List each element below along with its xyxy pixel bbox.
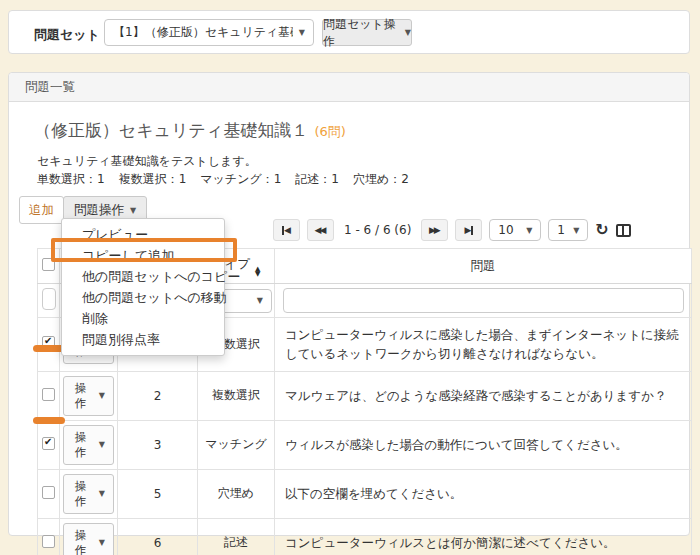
first-page-button[interactable]: ◀ [273, 219, 300, 241]
table-row: 操作▼ 3 マッチング ウィルスが感染した場合の動作について回答してください。 [38, 420, 692, 469]
row-number: 2 [118, 371, 198, 420]
panel-title: 問題一覧 [9, 73, 689, 102]
row-checkbox[interactable] [42, 535, 55, 548]
row-number: 3 [118, 420, 198, 469]
page-size-select[interactable]: 10 ▼ [489, 219, 541, 241]
question-set-operations-button[interactable]: 問題セット操作 ▼ [322, 19, 412, 46]
question-set-select[interactable]: 【1】（修正版）セキュリティ基礎知識1(6問) ▼ [104, 19, 314, 46]
row-question: コンピューターウィルスとは何か簡潔に述べてください。 [275, 518, 692, 555]
quiz-title: （修正版）セキュリティ基礎知識１(6問) [34, 119, 346, 142]
page-range-label: 1 - 6 / 6 (6) [344, 223, 411, 237]
caret-down-icon: ▼ [130, 206, 136, 215]
page-number-select[interactable]: 1 ▼ [548, 219, 588, 241]
last-page-icon [471, 226, 473, 235]
sort-icon[interactable]: ▲▼ [255, 267, 260, 277]
last-page-icon: ▶ [464, 226, 471, 235]
row-question: コンピューターウィルスに感染した場合、まずインターネットに接続しているネットワー… [275, 318, 692, 372]
row-checkbox[interactable] [42, 388, 55, 401]
caret-down-icon: ▼ [299, 28, 305, 37]
caret-down-icon: ▼ [257, 296, 263, 305]
caret-down-icon: ▼ [99, 391, 105, 400]
row-checkbox[interactable] [42, 486, 55, 499]
prev-page-icon: ◀ [320, 226, 327, 235]
question-filter-input[interactable] [283, 288, 684, 313]
row-action-label: 操作 [72, 479, 89, 509]
row-question: マルウェアは、どのような感染経路で感染することがありますか？ [275, 371, 692, 420]
add-question-button[interactable]: 追加 [19, 196, 64, 224]
row-action-label: 操作 [72, 430, 89, 460]
prev-page-button[interactable]: ◀◀ [307, 219, 334, 241]
next-page-icon: ▶ [434, 226, 441, 235]
header-question-label: 問題 [471, 258, 496, 273]
caret-down-icon: ▼ [99, 489, 105, 498]
filter-question-cell [275, 284, 692, 318]
filter-checkbox-cell [38, 284, 60, 318]
stat-fill-blank: 穴埋め：2 [353, 172, 409, 186]
row-number: 5 [118, 469, 198, 518]
row-action-label: 操作 [72, 381, 89, 411]
row-action-button[interactable]: 操作▼ [63, 376, 114, 416]
quiz-type-stats: 単数選択：1複数選択：1マッチング：1記述：1穴埋め：2 [37, 171, 423, 188]
menu-item-score-rate[interactable]: 問題別得点率 [62, 329, 224, 350]
question-set-operations-label: 問題セット操作 [323, 16, 399, 50]
quiz-title-text: （修正版）セキュリティ基礎知識１ [34, 120, 308, 140]
header-question: 問題 [275, 249, 692, 284]
table-row: 操作▼ 5 穴埋め 以下の空欄を埋めてください。 [38, 469, 692, 518]
orange-mark-annotation [33, 417, 65, 424]
pagination: ◀ ◀◀ 1 - 6 / 6 (6) ▶▶ ▶ 10 ▼ 1 ▼ ↻ [273, 219, 631, 241]
stat-multi-choice: 複数選択：1 [119, 172, 187, 186]
stat-single-choice: 単数選択：1 [37, 172, 105, 186]
add-question-label: 追加 [29, 202, 54, 219]
row-type: 記述 [198, 518, 275, 555]
page-number-value: 1 [557, 223, 565, 237]
row-action-button[interactable]: 操作▼ [63, 523, 114, 555]
quiz-description: セキュリティ基礎知識をテストします。 [37, 153, 257, 170]
question-set-select-value: 【1】（修正版）セキュリティ基礎知識1(6問) [113, 24, 293, 41]
menu-item-copy-and-add[interactable]: コピーして追加 [62, 245, 224, 266]
caret-down-icon: ▼ [573, 226, 579, 235]
table-row: 操作▼ 2 複数選択 マルウェアは、どのような感染経路で感染することがありますか… [38, 371, 692, 420]
question-set-label: 問題セット [34, 26, 100, 44]
stat-matching: マッチング：1 [200, 172, 281, 186]
menu-item-delete[interactable]: 削除 [62, 308, 224, 329]
filter-box[interactable] [42, 288, 56, 310]
row-question: ウィルスが感染した場合の動作について回答してください。 [275, 420, 692, 469]
row-type: 穴埋め [198, 469, 275, 518]
caret-down-icon: ▼ [405, 28, 411, 37]
row-action-button[interactable]: 操作▼ [63, 474, 114, 514]
row-type: 複数選択 [198, 371, 275, 420]
row-number: 6 [118, 518, 198, 555]
row-question: 以下の空欄を埋めてください。 [275, 469, 692, 518]
question-operations-menu: プレビュー コピーして追加 他の問題セットへのコピー 他の問題セットへの移動 削… [61, 218, 225, 356]
last-page-button[interactable]: ▶ [455, 219, 482, 241]
row-checkbox[interactable] [42, 437, 55, 450]
question-set-bar: 問題セット 【1】（修正版）セキュリティ基礎知識1(6問) ▼ 問題セット操作 … [8, 10, 690, 54]
row-action-button[interactable]: 操作▼ [63, 425, 114, 465]
menu-item-copy-to-other-set[interactable]: 他の問題セットへのコピー [62, 266, 224, 287]
select-all-checkbox[interactable] [42, 258, 55, 271]
next-page-button[interactable]: ▶▶ [421, 219, 448, 241]
row-type: マッチング [198, 420, 275, 469]
page-size-value: 10 [498, 223, 513, 237]
columns-icon[interactable] [616, 224, 631, 237]
caret-down-icon: ▼ [99, 538, 105, 547]
table-row: 操作▼ 6 記述 コンピューターウィルスとは何か簡潔に述べてください。 [38, 518, 692, 555]
question-count-badge: (6問) [314, 124, 345, 139]
menu-item-preview[interactable]: プレビュー [62, 224, 224, 245]
caret-down-icon: ▼ [526, 226, 532, 235]
menu-item-move-to-other-set[interactable]: 他の問題セットへの移動 [62, 287, 224, 308]
row-action-label: 操作 [72, 528, 89, 555]
header-checkbox-cell [38, 249, 60, 284]
stat-essay: 記述：1 [295, 172, 339, 186]
refresh-icon[interactable]: ↻ [595, 219, 608, 241]
caret-down-icon: ▼ [99, 440, 105, 449]
first-page-icon: ◀ [284, 226, 291, 235]
question-operations-label: 問題操作 [74, 202, 124, 219]
